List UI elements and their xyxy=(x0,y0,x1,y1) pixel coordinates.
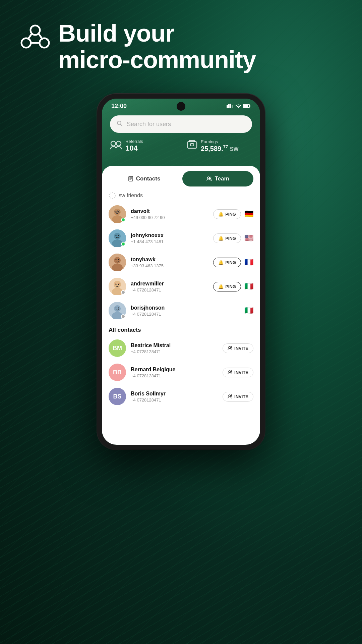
bell-icon: 🔔 xyxy=(218,236,224,241)
svg-rect-8 xyxy=(230,104,231,108)
invite-icon xyxy=(228,346,232,351)
svg-point-15 xyxy=(111,141,116,146)
bell-icon: 🔔 xyxy=(218,284,224,289)
svg-point-49 xyxy=(116,284,117,285)
svg-rect-17 xyxy=(187,142,197,148)
list-item: tonyhawk +33 93 463 1375 🔔 PING 🇫🇷 xyxy=(102,250,260,274)
svg-point-48 xyxy=(118,283,120,284)
ping-label: PING xyxy=(225,284,236,289)
contact-info: andrewmiller +4 0728128471 xyxy=(131,281,208,292)
svg-point-29 xyxy=(116,211,117,212)
header-area: Build your micro-community xyxy=(20,20,342,73)
contact-phone: +1 484 473 1481 xyxy=(131,239,208,244)
earnings-icon xyxy=(187,140,197,152)
earnings-value: 25,589.77 SW xyxy=(201,144,239,153)
status-icons xyxy=(227,104,251,108)
invite-label: INVITE xyxy=(234,370,248,375)
contact-phone: +4 0728128471 xyxy=(131,373,218,378)
svg-rect-18 xyxy=(190,144,194,146)
svg-point-38 xyxy=(118,235,119,236)
invite-button[interactable]: INVITE xyxy=(223,392,253,401)
invite-button[interactable]: INVITE xyxy=(223,343,253,353)
ping-button[interactable]: 🔔 PING xyxy=(213,282,241,291)
svg-point-2 xyxy=(40,38,49,48)
earnings-main: 25,589. xyxy=(201,145,223,152)
referrals-stat: Referrals 104 xyxy=(110,139,175,153)
invite-button[interactable]: INVITE xyxy=(223,368,253,377)
earnings-stat: Earnings 25,589.77 SW xyxy=(187,139,252,153)
avatar-wrap: BB xyxy=(109,364,126,381)
contact-actions: 🔔 PING 🇮🇹 xyxy=(213,282,253,291)
invite-label: INVITE xyxy=(234,346,248,351)
flag-icon: 🇮🇹 xyxy=(244,306,253,315)
search-icon xyxy=(117,120,123,128)
svg-point-1 xyxy=(21,38,31,48)
svg-point-37 xyxy=(116,235,117,236)
contact-info: tonyhawk +33 93 463 1375 xyxy=(131,257,208,268)
contact-actions: INVITE xyxy=(223,392,253,401)
online-dot xyxy=(121,218,125,222)
contact-phone: +4 0728128471 xyxy=(131,312,240,317)
search-placeholder: Search for users xyxy=(127,121,171,128)
list-item: andrewmiller +4 0728128471 🔔 PING 🇮🇹 xyxy=(102,274,260,299)
phone-inner: 12:00 xyxy=(102,99,260,445)
ping-label: PING xyxy=(225,212,236,217)
contact-name: Bernard Belgique xyxy=(131,367,218,373)
search-bar[interactable]: Search for users xyxy=(110,115,252,133)
ping-button[interactable]: 🔔 PING xyxy=(213,233,241,243)
contact-name: Boris Sollmyr xyxy=(131,391,218,397)
avatar: BM xyxy=(109,339,126,357)
svg-line-3 xyxy=(28,34,32,39)
referrals-value: 104 xyxy=(125,144,143,153)
svg-point-59 xyxy=(229,371,231,373)
svg-point-50 xyxy=(118,284,119,285)
contact-phone: +4 0728128471 xyxy=(131,397,218,402)
avatar xyxy=(109,254,126,271)
svg-point-42 xyxy=(116,259,117,260)
tab-team-label: Team xyxy=(215,175,229,182)
contact-actions: 🔔 PING 🇺🇸 xyxy=(213,233,253,243)
search-area: Search for users xyxy=(110,115,252,133)
tab-team[interactable]: Team xyxy=(182,171,253,186)
avatar-initials: BB xyxy=(113,369,122,376)
list-item: BB Bernard Belgique +4 0728128471 xyxy=(102,360,260,384)
phone-outer: 12:00 xyxy=(97,94,265,449)
ping-button[interactable]: 🔔 PING xyxy=(213,209,241,219)
contact-list: sw friends xyxy=(102,191,260,443)
header-title-line1: Build your xyxy=(58,20,174,47)
all-contacts-header: All contacts xyxy=(102,323,260,336)
tabs-row: Contacts Team xyxy=(102,166,260,191)
contact-info: Beatrice Mistral +4 0728128471 xyxy=(131,342,218,354)
bell-icon: 🔔 xyxy=(218,260,224,265)
sw-friends-label: sw friends xyxy=(119,193,143,199)
contact-info: johnyknoxxx +1 484 473 1481 xyxy=(131,232,208,244)
tab-contacts-label: Contacts xyxy=(136,175,161,182)
svg-point-24 xyxy=(209,177,211,179)
avatar-wrap: BS xyxy=(109,388,126,405)
tab-contacts[interactable]: Contacts xyxy=(109,171,180,186)
svg-line-14 xyxy=(121,124,122,126)
contact-name: tonyhawk xyxy=(131,257,208,263)
contact-name: borisjhonson xyxy=(131,305,240,311)
contacts-tab-icon xyxy=(128,176,133,181)
svg-point-30 xyxy=(118,211,119,212)
stat-divider xyxy=(181,139,181,153)
phone-mockup: 12:00 xyxy=(97,94,265,449)
svg-line-4 xyxy=(39,34,42,39)
sw-friends-icon xyxy=(109,192,116,199)
invite-label: INVITE xyxy=(234,394,248,399)
avatar-face xyxy=(109,254,126,271)
logo-icon xyxy=(20,23,50,50)
contact-phone: +49 030 90 72 90 xyxy=(131,215,208,220)
flag-icon: 🇺🇸 xyxy=(244,234,253,243)
svg-point-25 xyxy=(109,193,115,199)
list-item: BS Boris Sollmyr +4 0728128471 xyxy=(102,384,260,409)
avatar-wrap xyxy=(109,205,126,223)
contact-phone: +4 0728128471 xyxy=(131,349,218,354)
list-item: johnyknoxxx +1 484 473 1481 🔔 PING 🇺🇸 xyxy=(102,226,260,250)
svg-point-52 xyxy=(114,305,121,312)
svg-point-40 xyxy=(114,257,121,264)
referrals-icon xyxy=(110,140,122,152)
contact-info: Boris Sollmyr +4 0728128471 xyxy=(131,391,218,402)
ping-button[interactable]: 🔔 PING xyxy=(213,258,241,267)
